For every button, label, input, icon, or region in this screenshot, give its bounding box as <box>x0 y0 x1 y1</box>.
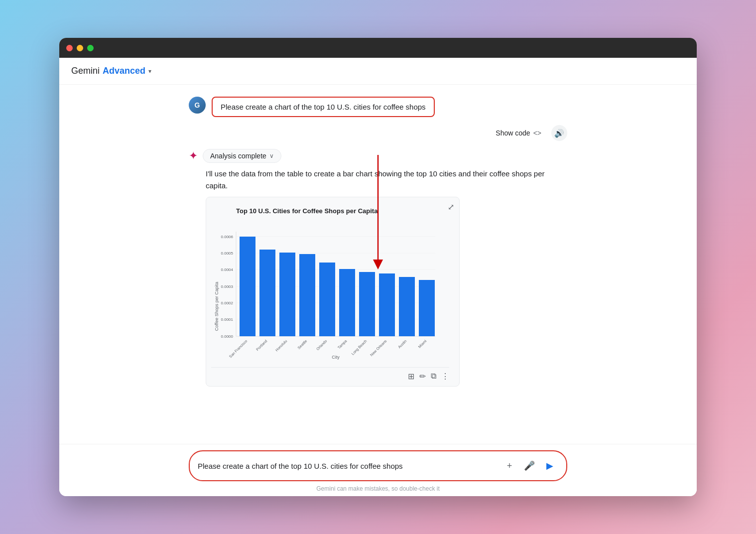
add-attachment-button[interactable]: + <box>502 458 517 474</box>
more-options-button[interactable]: ⋮ <box>441 372 449 381</box>
expand-chart-button[interactable]: ⤢ <box>448 202 454 212</box>
bar-san-francisco <box>240 237 255 336</box>
bar-portland <box>259 250 275 336</box>
analysis-badge[interactable]: Analysis complete ∨ <box>203 149 281 163</box>
chart-container: ⤢ Top 10 U.S. Cities for Coffee Shops pe… <box>206 197 460 387</box>
bar-new-orleans <box>379 273 395 336</box>
app-window: Gemini Advanced ▾ G Please create a char… <box>59 38 697 496</box>
send-button[interactable]: ▶ <box>541 457 558 474</box>
gemini-response: ✦ Analysis complete ∨ I'll use the data … <box>189 149 567 387</box>
chart-title: Top 10 U.S. Cities for Coffee Shops per … <box>211 207 449 215</box>
copy-chart-button[interactable]: ⧉ <box>431 372 436 381</box>
code-icon: <> <box>533 129 541 137</box>
minimize-button[interactable] <box>77 45 83 51</box>
svg-text:Long Beach: Long Beach <box>351 339 368 356</box>
chart-svg: Coffee Shops per Capita <box>211 222 445 361</box>
analysis-label: Analysis complete <box>210 152 266 160</box>
microphone-button[interactable]: 🎤 <box>521 458 537 474</box>
svg-text:0.0002: 0.0002 <box>221 301 234 305</box>
input-actions: + 🎤 ▶ <box>502 457 558 474</box>
chevron-down-icon: ∨ <box>269 152 274 159</box>
svg-text:Seattle: Seattle <box>297 339 308 350</box>
y-axis-label: Coffee Shops per Capita <box>214 282 219 331</box>
svg-text:0.0003: 0.0003 <box>221 284 234 289</box>
chat-input[interactable] <box>198 462 498 470</box>
svg-text:0.0001: 0.0001 <box>221 317 234 322</box>
table-view-button[interactable]: ⊞ <box>408 372 414 381</box>
header: Gemini Advanced ▾ <box>59 58 697 85</box>
svg-text:Honolulu: Honolulu <box>274 339 288 352</box>
app-title-gemini: Gemini <box>71 66 100 76</box>
svg-text:0.0000: 0.0000 <box>221 334 234 339</box>
chart-toolbar: ⊞ ✏ ⧉ ⋮ <box>211 367 449 381</box>
app-title-advanced: Advanced <box>103 66 145 76</box>
chat-area: G Please create a chart of the top 10 U.… <box>59 85 697 444</box>
avatar: G <box>189 97 206 114</box>
app-content: Gemini Advanced ▾ G Please create a char… <box>59 58 697 496</box>
response-text: I'll use the data from the table to crea… <box>189 168 567 192</box>
bar-seattle <box>299 254 315 336</box>
svg-text:Miami: Miami <box>417 339 428 349</box>
disclaimer-text: Gemini can make mistakes, so double-chec… <box>316 485 439 492</box>
edit-chart-button[interactable]: ✏ <box>419 372 426 381</box>
svg-text:0.0006: 0.0006 <box>221 235 234 239</box>
chat-inner: G Please create a chart of the top 10 U.… <box>189 97 567 387</box>
show-code-button[interactable]: Show code <> <box>492 127 545 139</box>
dropdown-arrow-icon[interactable]: ▾ <box>148 68 151 75</box>
expand-icon: ⤢ <box>448 203 454 211</box>
send-icon: ▶ <box>546 460 553 471</box>
svg-text:San Francisco: San Francisco <box>228 339 248 359</box>
speaker-icon: 🔊 <box>554 129 564 138</box>
show-code-row: Show code <> 🔊 <box>189 125 567 141</box>
speaker-button[interactable]: 🔊 <box>551 125 567 141</box>
bar-austin <box>399 277 415 336</box>
input-box-wrapper: + 🎤 ▶ <box>189 450 567 481</box>
analysis-row: ✦ Analysis complete ∨ <box>189 149 567 163</box>
plus-icon: + <box>507 461 512 471</box>
show-code-label: Show code <box>496 129 530 137</box>
svg-text:Orlando: Orlando <box>315 339 328 351</box>
gemini-star-icon: ✦ <box>189 149 198 162</box>
titlebar <box>59 38 697 58</box>
bar-tampa <box>339 269 355 336</box>
bar-orlando <box>319 263 335 336</box>
svg-text:Tampa: Tampa <box>337 338 348 350</box>
user-message-row: G Please create a chart of the top 10 U.… <box>189 97 567 117</box>
chart-svg-wrapper: Coffee Shops per Capita <box>211 222 449 363</box>
svg-text:0.0005: 0.0005 <box>221 251 234 256</box>
bar-long-beach <box>359 272 375 336</box>
svg-text:Austin: Austin <box>397 339 407 349</box>
mic-icon: 🎤 <box>524 460 535 471</box>
x-axis-label: City <box>332 355 340 360</box>
traffic-lights <box>66 45 94 51</box>
close-button[interactable] <box>66 45 73 51</box>
bar-miami <box>419 280 435 336</box>
maximize-button[interactable] <box>87 45 94 51</box>
input-area: + 🎤 ▶ Gemini can make mistakes, so doubl… <box>59 444 697 496</box>
svg-text:Portland: Portland <box>255 339 268 352</box>
svg-text:0.0004: 0.0004 <box>221 267 234 272</box>
user-message-text: Please create a chart of the top 10 U.S.… <box>221 103 426 111</box>
svg-text:New Orleans: New Orleans <box>369 339 387 357</box>
user-bubble: Please create a chart of the top 10 U.S.… <box>212 97 435 117</box>
bar-honolulu <box>279 253 295 336</box>
